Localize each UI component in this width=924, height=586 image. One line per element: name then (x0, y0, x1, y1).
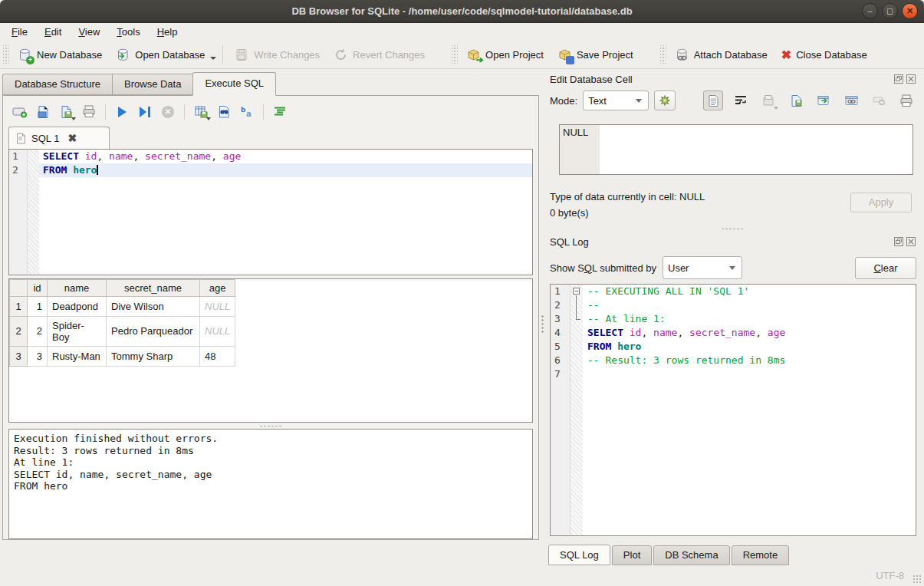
vertical-splitter[interactable] (539, 69, 545, 565)
close-dock-icon[interactable] (906, 74, 916, 84)
print-cell-button[interactable] (896, 91, 916, 110)
apply-button[interactable]: Apply (850, 193, 912, 212)
cell-toolbar (703, 91, 918, 110)
stop-icon: ✕ (162, 106, 174, 118)
open-database-button[interactable]: Open Database (109, 44, 212, 65)
log-filter-select[interactable]: User (663, 256, 742, 279)
cell[interactable]: Dive Wilson (107, 296, 200, 316)
column-header-age[interactable]: age (200, 279, 235, 296)
mode-select[interactable]: Text (583, 91, 649, 110)
close-dock-icon[interactable] (906, 237, 916, 247)
execute-line-button[interactable] (135, 103, 155, 121)
cell-type-text: Type of data currently in cell: NULL (550, 189, 705, 205)
float-dock-icon[interactable] (893, 74, 903, 84)
stop-execution-button[interactable]: ✕ (158, 103, 178, 121)
tab-execute-sql[interactable]: Execute SQL (192, 72, 276, 96)
resize-grip-icon[interactable] (912, 574, 922, 584)
tab-database-structure[interactable]: Database Structure (2, 74, 112, 95)
cell-null[interactable]: NULL (200, 316, 235, 346)
chevron-down-icon (729, 266, 735, 270)
copy-link-button[interactable] (841, 91, 861, 110)
find-button[interactable] (214, 103, 234, 121)
cell-value-editor[interactable]: NULL (559, 124, 913, 175)
autocomplete-button[interactable]: ba (237, 103, 257, 121)
results-grid[interactable]: id name secret_name age 1 1 Deadpond (8, 278, 533, 423)
column-header-name[interactable]: name (48, 279, 107, 296)
word-wrap-button[interactable] (731, 91, 751, 110)
titlebar[interactable]: DB Browser for SQLite - /home/user/code/… (0, 0, 924, 23)
menu-edit[interactable]: Edit (36, 25, 70, 39)
cell[interactable]: Deadpond (48, 296, 107, 316)
print-sql-button[interactable] (79, 103, 99, 121)
execute-all-button[interactable] (112, 103, 132, 121)
tab-plot[interactable]: Plot (612, 545, 652, 565)
cell-null[interactable]: NULL (200, 296, 235, 316)
horizontal-splitter[interactable] (8, 423, 533, 429)
new-sql-tab-button[interactable] (10, 103, 30, 121)
import-data-button[interactable] (758, 91, 778, 110)
close-database-button[interactable]: ✖ Close Database (774, 44, 874, 65)
close-sql-tab-icon[interactable]: ✖ (67, 132, 77, 144)
toolbar-drag-handle[interactable] (660, 45, 666, 64)
revert-changes-button[interactable]: Revert Changes (327, 44, 432, 65)
float-dock-icon[interactable] (893, 237, 903, 247)
menu-tools[interactable]: Tools (108, 25, 148, 39)
save-dropdown-icon[interactable] (71, 117, 76, 120)
auto-apply-button[interactable] (654, 91, 676, 110)
clear-log-button[interactable]: Clear (855, 257, 916, 279)
save-sql-file-button[interactable] (56, 103, 76, 121)
cell[interactable]: Spider-Boy (48, 316, 107, 346)
fold-marker[interactable] (571, 285, 583, 298)
open-database-dropdown-icon[interactable] (210, 57, 216, 60)
encoding-indicator[interactable]: UTF-8 (876, 570, 904, 581)
close-button[interactable]: ✕ (902, 3, 918, 19)
execution-status-box[interactable]: Execution finished without errors. Resul… (8, 429, 533, 539)
export-data-button[interactable] (786, 91, 806, 110)
export-dropdown-icon[interactable] (206, 117, 211, 120)
open-sql-file-button[interactable] (33, 103, 53, 121)
cell-info: Type of data currently in cell: NULL 0 b… (550, 189, 913, 221)
export-results-button[interactable] (191, 103, 211, 121)
new-database-button[interactable]: + New Database (11, 44, 109, 65)
sql-toolbar: ✕ ba (8, 101, 533, 122)
save-project-button[interactable]: Save Project (551, 44, 640, 65)
link-icon (845, 95, 858, 107)
tab-remote[interactable]: Remote (732, 545, 790, 565)
dock-splitter[interactable] (547, 226, 918, 232)
menu-help[interactable]: Help (149, 25, 186, 39)
cell[interactable]: 2 (28, 316, 48, 346)
write-changes-button[interactable]: Write Changes (228, 44, 327, 65)
cell[interactable]: Rusty-Man (48, 346, 107, 366)
maximize-button[interactable]: ◻ (882, 3, 898, 19)
save-file-icon (60, 105, 72, 119)
menu-view[interactable]: View (70, 25, 108, 39)
tab-db-schema[interactable]: DB Schema (653, 545, 729, 565)
cell[interactable]: 3 (28, 346, 48, 366)
grid-corner[interactable] (10, 279, 28, 296)
open-database-icon (116, 48, 130, 62)
sql-editor[interactable]: 1 SELECT id, name, secret_name, age 2 FR… (8, 149, 533, 275)
attach-database-button[interactable]: Attach Database (668, 44, 774, 65)
cell[interactable]: 1 (28, 296, 48, 316)
cell[interactable]: 48 (200, 346, 235, 366)
tab-browse-data[interactable]: Browse Data (112, 74, 192, 95)
sql-file-tab[interactable]: SQL 1 ✖ (8, 127, 110, 149)
format-sql-button[interactable] (270, 103, 290, 121)
menu-file[interactable]: File (3, 25, 36, 39)
execute-sql-page: ✕ ba (2, 95, 539, 540)
column-header-secret-name[interactable]: secret_name (107, 279, 200, 296)
open-project-button[interactable]: ➔ Open Project (459, 44, 551, 65)
column-header-id[interactable]: id (28, 279, 48, 296)
tab-sql-log[interactable]: SQL Log (548, 545, 610, 565)
print-icon (82, 105, 96, 118)
sql-log-view[interactable]: 1 -- EXECUTING ALL IN 'SQL 1' 2 -- 3 -- … (550, 284, 916, 536)
statusbar: UTF-8 (0, 565, 924, 586)
toolbar-drag-handle[interactable] (452, 45, 458, 64)
set-null-button[interactable] (869, 91, 889, 110)
cell[interactable]: Pedro Parqueador (107, 316, 200, 346)
minimize-button[interactable]: – (862, 3, 878, 19)
open-in-external-button[interactable] (814, 91, 834, 110)
text-mode-button[interactable] (703, 91, 723, 110)
cell[interactable]: Tommy Sharp (107, 346, 200, 366)
toolbar-drag-handle[interactable] (3, 45, 9, 64)
